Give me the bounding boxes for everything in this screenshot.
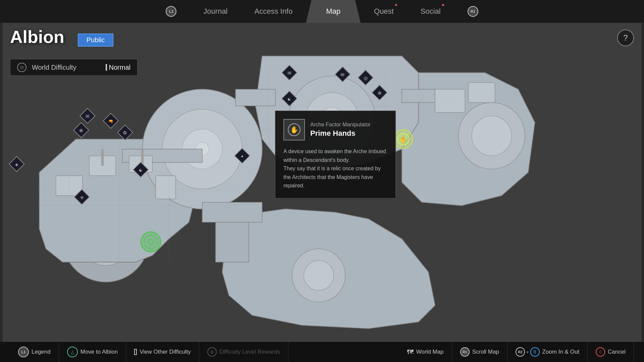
world-map-action[interactable]: 🗺 World Map [399,342,452,362]
help-icon: ? [623,33,628,43]
r1-scroll-icon: R1 [460,347,470,357]
difficulty-rewards-action: ⊕ Difficulty Level Rewards [199,342,288,362]
svg-text:◈: ◈ [15,162,18,167]
svg-text:◎: ◎ [364,75,368,81]
svg-text:☯: ☯ [139,168,143,173]
social-dot [442,4,444,6]
svg-rect-19 [402,89,435,103]
difficulty-value-text: Normal [109,64,130,71]
view-other-difficulty-action[interactable]: View Other Difficulty [126,342,199,362]
svg-rect-18 [235,89,275,106]
nav-items: L1 Journal Access Info Map Quest Social … [152,0,491,23]
l1-button-icon: L1 [166,6,176,17]
nav-journal[interactable]: Journal [190,0,241,23]
rewards-icon: ⊕ [207,347,217,357]
map-label: Map [326,7,340,16]
nav-access-info[interactable]: Access Info [241,0,306,23]
difficulty-row: ⊙ World Difficulty Normal [10,59,138,76]
scroll-map-label: Scroll Map [472,349,499,355]
tooltip-header: ✋ Arche Factor Manipulator Prime Hands [283,119,387,140]
nav-quest[interactable]: Quest [361,0,407,23]
circle-icon: ○ [596,347,605,357]
top-navigation: L1 Journal Access Info Map Quest Social … [0,0,644,23]
world-name: Albion [10,27,64,47]
svg-text:☯: ☯ [287,97,291,102]
quest-dot [395,4,397,6]
legend-action[interactable]: L1 Legend [10,342,59,362]
world-map-icon: 🗺 [407,348,414,356]
difficulty-bar [106,64,107,71]
tooltip-description: A device used to awaken the Arche imbued… [283,147,387,190]
svg-text:☣: ☣ [80,195,84,200]
move-to-albion-action[interactable]: △ Move to Albion [59,342,126,362]
svg-rect-26 [435,89,465,112]
bottom-bar: L1 Legend △ Move to Albion View Other Di… [0,342,644,362]
scroll-map-action[interactable]: R1 Scroll Map [452,342,507,362]
l1-icon: L1 [18,347,29,357]
square-icon-wrapper [134,349,137,355]
access-info-label: Access Info [255,7,293,16]
journal-label: Journal [203,7,227,16]
nav-r1[interactable]: R1 [454,0,492,23]
svg-text:✋: ✋ [290,126,299,134]
quest-label: Quest [374,7,394,16]
svg-text:⚙: ⚙ [123,130,127,135]
svg-rect-27 [468,83,495,103]
difficulty-icon: ⊙ [17,63,26,72]
public-badge[interactable]: Public [78,34,113,47]
cancel-label: Cancel [608,349,626,355]
plus-sign: + [526,350,529,355]
r2-icon: R2 [516,347,525,357]
svg-text:⊕: ⊕ [79,128,83,133]
zoom-action[interactable]: R2 + B Zoom In & Out [507,342,588,362]
zoom-label: Zoom In & Out [542,349,580,355]
tooltip-category: Arche Factor Manipulator [310,122,371,128]
svg-rect-15 [202,202,262,223]
tooltip-title-area: Arche Factor Manipulator Prime Hands [310,122,371,138]
triangle-icon: △ [67,347,78,357]
cancel-action[interactable]: ○ Cancel [588,342,634,362]
svg-text:✉: ✉ [287,70,291,76]
svg-point-12 [472,116,512,156]
view-difficulty-label: View Other Difficulty [140,349,191,355]
rewards-label: Difficulty Level Rewards [219,349,280,355]
nav-social[interactable]: Social [407,0,454,23]
item-tooltip: ✋ Arche Factor Manipulator Prime Hands A… [275,111,396,198]
svg-text:✦: ✦ [240,154,244,159]
svg-rect-23 [156,176,176,199]
difficulty-value: Normal [106,64,130,71]
prime-hands-icon: ✋ [287,123,301,136]
svg-text:✋: ✋ [399,136,407,143]
nav-map[interactable]: Map [306,0,361,23]
svg-text:✉: ✉ [86,114,90,119]
svg-text:✉: ✉ [340,72,344,77]
top-left-info: Albion Public ⊙ World Difficulty Normal [10,27,138,76]
svg-text:🔫: 🔫 [108,119,113,124]
tooltip-icon: ✋ [283,119,305,140]
help-button[interactable]: ? [617,29,634,46]
difficulty-label: World Difficulty [32,64,100,71]
zoom-icon-group: R2 + B [516,347,540,357]
svg-point-14 [304,260,333,290]
svg-rect-16 [216,222,249,262]
move-label: Move to Albion [80,349,118,355]
svg-text:⊕: ⊕ [378,90,382,96]
world-map-label: World Map [416,349,444,355]
tooltip-title: Prime Hands [310,129,371,138]
nav-l1[interactable]: L1 [152,0,190,23]
social-label: Social [421,7,441,16]
legend-label: Legend [32,349,51,355]
r1-button-icon: R1 [468,6,478,17]
b-icon: B [530,347,540,357]
square-icon [134,349,137,355]
